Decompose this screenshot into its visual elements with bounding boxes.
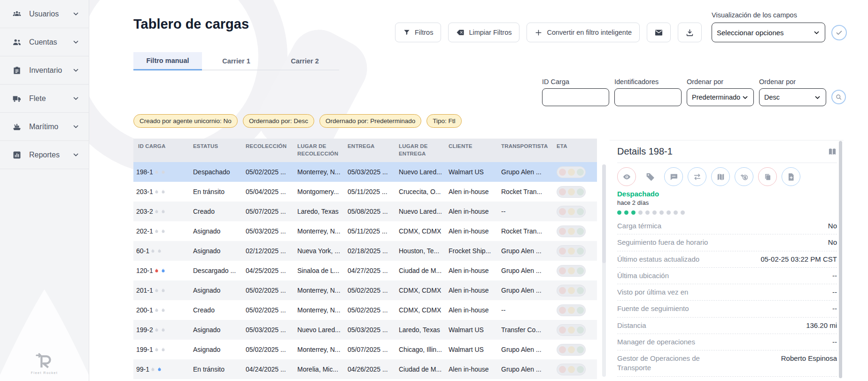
table-row[interactable]: 120-1Descargado ...04/25/2025 ...Sinaloa… [133,261,597,280]
flame-icon [160,327,166,333]
cell-transportista: Grupo Alen ... [496,247,552,255]
filter-chip[interactable]: Ordernado por: Predeterminado [319,114,421,128]
sort-by-select[interactable]: Predeterminado [687,88,754,106]
table-row[interactable]: 60-1Asignado02/12/2025 ...Nueva York, ..… [133,241,597,261]
cell-cliente: Walmart US [444,346,496,353]
table-row[interactable]: 200-1Creado05/02/2025 ...Monterrey, N...… [133,300,597,320]
fields-visualization-select[interactable]: Seleccionar opciones [712,23,825,42]
eye-icon-button[interactable] [617,167,636,186]
fleet-rocket-mark [35,350,54,369]
cell-transportista: Grupo Alen ... [496,287,552,294]
sidebar-item-usuarios[interactable]: Usuarios [0,0,89,28]
column-header[interactable]: ID CARGA [133,139,188,162]
smart-filter-button-label: Convertir en filtro inteligente [547,29,632,36]
tag-icon-button[interactable] [641,167,659,186]
clear-filter-icon [456,28,465,37]
cell-recoleccion: 04/25/2025 ... [241,267,293,274]
detail-field-row: Manager de operaciones-- [617,334,837,350]
cell-estatus: Creado [188,208,241,215]
filter-chip[interactable]: Ordernado por: Desc [243,114,314,128]
field-value: No [726,238,837,247]
table-row[interactable]: 99-1En tránsito04/24/2025 ...Morelia, Mi… [133,359,597,379]
table-row[interactable]: 199-1Asignado05/02/2025 ...Monterrey, N.… [133,340,597,359]
chevron-down-icon [72,95,79,102]
column-header[interactable]: RECOLECCIÓN [241,139,293,162]
sidebar-item-mari-timo[interactable]: Marítimo [0,113,89,141]
chevron-down-icon [72,123,79,130]
table-row[interactable]: 203-1En tránsito05/04/2025 ...Montgomery… [133,182,597,202]
load-id: 199-1 [136,346,153,353]
tab-filtro-manual[interactable]: Filtro manual [133,52,202,70]
cell-lugar-recoleccion: Nuevo Lared... [293,326,343,334]
details-scrollbar[interactable] [839,141,842,378]
table-row[interactable]: 198-1Despachado05/02/2025 ...Monterrey, … [133,162,597,182]
sidebar-item-label: Reportes [29,151,60,159]
sort-direction-select[interactable]: Desc [759,88,826,106]
clear-filters-button[interactable]: Limpiar Filtros [448,23,519,42]
load-id: 200-1 [136,306,153,314]
chevron-down-icon [72,39,79,46]
table-row[interactable]: 202-1Asignado05/03/2025 ...Monterrey, N.… [133,221,597,241]
cell-lugar-recoleccion: Monterrey, N... [293,306,343,314]
sort-by-label: Ordenar por [687,78,754,86]
column-header[interactable]: ETA [552,139,597,162]
cell-lugar-recoleccion: Monterrey, N... [293,346,343,353]
cell-entrega: 02/18/2025 ... [343,247,394,255]
filters-button[interactable]: Filtros [395,23,441,42]
column-header[interactable]: LUGAR DE RECOLECCIÓN [293,139,343,162]
column-header[interactable]: ENTREGA [343,139,394,162]
map-icon-button[interactable] [711,167,730,186]
id-carga-label: ID Carga [542,78,609,86]
swap-arrows-icon-button[interactable] [688,167,706,186]
column-header[interactable]: LUGAR DE ENTREGA [394,139,444,162]
copy-icon-button[interactable] [758,167,777,186]
progress-dot [617,210,621,215]
add-document-icon [787,172,796,181]
cell-lugar-recoleccion: Monterrey, N... [293,168,343,176]
tab-carrier-1[interactable]: Carrier 1 [202,52,271,70]
email-button[interactable] [647,23,671,42]
download-button[interactable] [678,23,702,42]
smart-filter-button[interactable]: Convertir en filtro inteligente [527,23,640,42]
table-row[interactable]: 199-2Asignado05/03/2025 ...Nuevo Lared..… [133,320,597,340]
filter-chip[interactable]: Creado por agente unicornio: No [133,114,238,128]
add-charge-icon-button[interactable] [735,167,753,186]
column-header[interactable]: ESTATUS [188,139,241,162]
comment-icon-button[interactable] [664,167,683,186]
add-document-icon-button[interactable] [782,167,800,186]
cell-transportista: -- [496,306,552,314]
flame-icon [160,287,166,294]
search-button[interactable] [831,90,846,104]
cell-cliente: Alen in-house [444,208,496,215]
table-row[interactable]: 201-1Asignado05/02/2025 ...Monterrey, N.… [133,280,597,300]
cell-transportista: Rocket Tran... [496,188,552,195]
identificadores-input[interactable] [614,88,682,106]
sort-direction-value: Desc [764,93,780,101]
field-label: Distancia [617,321,726,330]
sidebar-item-inventario[interactable]: Inventario [0,56,89,85]
tab-carrier-2[interactable]: Carrier 2 [271,52,339,70]
book-icon[interactable] [828,147,837,156]
sidebar-item-flete[interactable]: Flete [0,85,89,113]
eta-status-indicator [557,324,586,336]
detail-field-row: Último estatus actualizado05-02-25 03:22… [617,251,837,268]
cell-cliente: Alen in-house [444,267,496,274]
id-carga-input[interactable] [542,88,609,106]
table-header: ID CARGAESTATUSRECOLECCIÓNLUGAR DE RECOL… [133,139,597,162]
filter-chip[interactable]: Tipo: Ftl [426,114,461,128]
cell-estatus: Descargado ... [188,267,241,274]
column-header[interactable]: TRANSPORTISTA [496,139,552,162]
flame-icon [154,228,160,234]
field-value: Roberto Espinosa [726,354,837,363]
eta-status-indicator [557,304,586,316]
inventory-icon [12,66,22,75]
table-row[interactable]: 203-2Creado05/07/2025 ...Laredo, Texas05… [133,202,597,221]
sidebar-item-reportes[interactable]: Reportes [0,141,89,169]
sidebar-item-cuentas[interactable]: Cuentas [0,28,89,56]
table-scrollbar[interactable] [602,164,606,377]
field-value: -- [726,304,837,313]
eta-status-indicator [557,186,586,198]
cell-lugar-recoleccion: Sinaloa de L... [293,267,343,274]
confirm-fields-button[interactable] [831,25,847,40]
column-header[interactable]: CLIENTE [444,139,496,162]
